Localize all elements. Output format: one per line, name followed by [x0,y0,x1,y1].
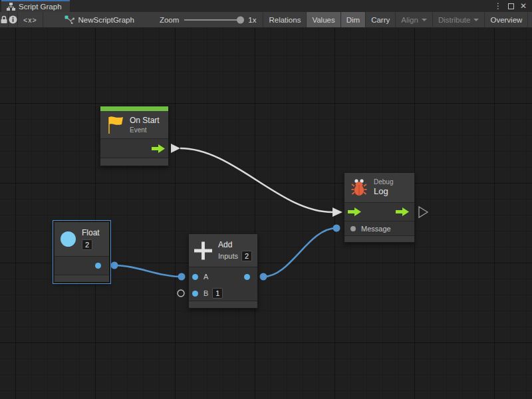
info-button[interactable] [9,12,17,27]
zoom-slider-thumb[interactable] [237,16,244,23]
tab-label: Script Graph [19,3,62,11]
add-input-b-value[interactable]: 1 [212,288,223,299]
node-title: Add [218,240,252,250]
titlebar: Script Graph ⋮ ✕ [0,0,532,12]
bug-icon [351,179,367,197]
toolbar-separator [43,12,43,27]
node-title: Float [82,228,100,238]
node-add[interactable]: Add Inputs 2 A B 1 [188,233,258,309]
trigger-output-arrow-icon[interactable] [396,207,410,216]
add-input-a-port[interactable] [192,274,198,280]
close-icon[interactable]: ✕ [520,2,527,10]
plus-icon [194,241,212,260]
node-footer [344,236,414,242]
chevron-down-icon [473,19,479,21]
add-port-row-a: A [189,267,257,286]
zoom-label: Zoom [160,16,179,24]
maximize-icon[interactable] [508,3,514,9]
add-output-port[interactable] [244,274,250,280]
add-input-a-label: A [203,273,208,281]
wire-onstart-to-log[interactable] [171,144,342,217]
edit-script-button[interactable]: <x> [18,12,43,27]
debug-log-trigger-row [344,203,414,221]
info-icon [9,15,17,24]
trigger-input-arrow-icon[interactable] [348,207,362,216]
wire-float-to-add[interactable] [111,262,186,281]
script-graph-window: Script Graph ⋮ ✕ <x> [0,0,532,399]
node-debug-log[interactable]: Debug Log Message [344,172,415,243]
flag-icon [106,115,124,135]
node-title: Log [374,186,393,197]
unconnected-trigger-triangle-icon[interactable] [419,207,428,217]
float-type-icon [61,231,76,247]
tab-script-graph[interactable]: Script Graph [1,0,70,12]
distribute-label: Distribute [438,16,471,24]
connection-layer [0,28,532,399]
message-port-label: Message [361,225,391,233]
node-float[interactable]: Float 2 [54,221,110,283]
node-footer [55,275,109,282]
carry-button[interactable]: Carry [366,12,395,27]
hierarchy-icon [7,3,15,11]
align-dropdown[interactable]: Align [396,12,432,27]
add-input-b-label: B [203,289,208,297]
inputs-label: Inputs [218,252,238,260]
message-port[interactable] [350,226,356,231]
values-button[interactable]: Values [307,12,340,27]
node-subtitle: Event [130,126,160,134]
dim-button[interactable]: Dim [341,12,365,27]
node-footer [189,301,257,308]
code-icon: <x> [23,16,37,24]
graph-asset-icon [65,15,74,24]
float-output-port[interactable] [95,263,101,269]
window-menu-icon[interactable]: ⋮ [494,2,502,10]
event-color-bar [100,106,168,111]
zoom-value: 1x [248,16,256,24]
distribute-dropdown[interactable]: Distribute [433,12,485,27]
align-label: Align [401,16,418,24]
fullscreen-button[interactable]: Full Screen [528,12,532,27]
on-start-header: On Start Event [100,111,168,138]
trigger-output-arrow-icon[interactable] [152,144,166,153]
zoom-slider[interactable] [184,19,243,21]
add-port-row-b: B 1 [189,286,257,301]
debug-log-header: Debug Log [344,173,414,202]
float-port-row [55,257,109,275]
node-subtitle: Debug [374,178,393,186]
add-input-b-port[interactable] [192,291,198,297]
wire-add-to-log[interactable] [260,225,340,281]
debug-log-message-row: Message [344,221,414,235]
graph-canvas[interactable]: On Start Event [0,28,532,399]
inputs-count-input[interactable]: 2 [241,251,252,261]
node-title: On Start [130,116,160,126]
add-header: Add Inputs 2 [189,234,257,267]
toolbar-right-group: Relations Values Dim Carry Align Distrib… [263,12,532,27]
chevron-down-icon [422,19,427,21]
lock-button[interactable] [0,12,8,27]
relations-button[interactable]: Relations [263,12,306,27]
window-controls: ⋮ ✕ [494,0,532,12]
graph-toolbar: <x> NewScriptGraph Zoom 1x Relations Val… [0,12,532,28]
float-header: Float 2 [55,222,109,256]
overview-button[interactable]: Overview [485,12,527,27]
zoom-control: Zoom 1x [157,12,259,27]
node-on-start[interactable]: On Start Event [100,106,169,166]
unconnected-port-circle-icon[interactable] [178,290,184,297]
graph-name-label: NewScriptGraph [78,16,134,24]
node-footer [100,158,168,166]
graph-name[interactable]: NewScriptGraph [58,12,141,27]
lock-icon [0,15,8,24]
on-start-port-row [100,139,168,158]
float-value-input[interactable]: 2 [82,239,92,250]
